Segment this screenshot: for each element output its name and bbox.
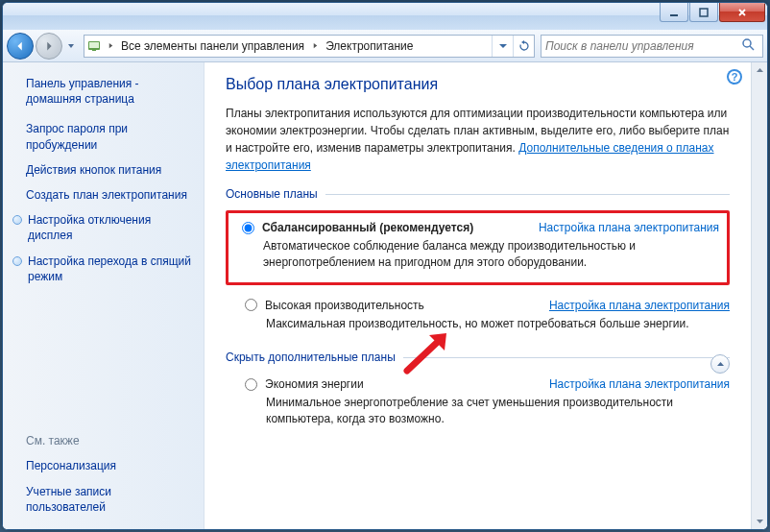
svg-rect-4 [92, 50, 96, 51]
plan-power-saver-settings-link[interactable]: Настройка плана электропитания [549, 377, 730, 391]
address-bar[interactable]: Все элементы панели управления Электропи… [84, 35, 535, 58]
search-box[interactable] [541, 35, 763, 58]
titlebar [3, 3, 767, 30]
svg-rect-3 [89, 42, 99, 48]
sidebar-item-label: Настройка перехода в спящий режим [28, 254, 194, 284]
plan-balanced: Сбалансированный (рекомендуется) Настрой… [226, 210, 730, 285]
breadcrumb-current[interactable]: Электропитание [322, 39, 417, 53]
back-button[interactable] [7, 33, 34, 60]
maximize-button[interactable] [689, 3, 718, 22]
sidebar-link-password[interactable]: Запрос пароля при пробуждении [12, 116, 200, 157]
plan-high-perf-desc: Максимальная производительность, но може… [245, 312, 730, 332]
plan-balanced-desc: Автоматическое соблюдение баланса между … [242, 234, 719, 271]
search-input[interactable] [545, 39, 741, 53]
close-button[interactable] [719, 3, 765, 22]
scroll-up-button[interactable] [752, 62, 767, 79]
control-panel-window: Все элементы панели управления Электропи… [2, 2, 768, 530]
collapse-button[interactable] [710, 354, 730, 374]
history-dropdown[interactable] [64, 36, 78, 56]
sidebar-link-sleep[interactable]: Настройка перехода в спящий режим [12, 249, 200, 289]
sidebar-link-user-accounts[interactable]: Учетные записи пользователей [12, 479, 200, 520]
sidebar: Панель управления - домашняя страница За… [3, 62, 205, 529]
plan-power-saver-radio[interactable] [245, 378, 257, 391]
svg-rect-0 [670, 14, 678, 16]
plan-power-saver-desc: Минимальное энергопотребление за счет ум… [245, 391, 730, 427]
page-title: Выбор плана электропитания [226, 76, 730, 93]
main-plans-legend: Основные планы [226, 187, 325, 201]
sidebar-link-personalization[interactable]: Персонализация [12, 453, 200, 478]
search-icon[interactable] [741, 37, 758, 55]
additional-plans-group: Скрыть дополнительные планы Экономия эне… [226, 351, 730, 437]
svg-point-5 [743, 39, 751, 47]
plan-power-saver-label[interactable]: Экономия энергии [265, 377, 364, 391]
bullet-icon [12, 256, 22, 266]
scroll-down-button[interactable] [752, 513, 767, 529]
navigation-bar: Все элементы панели управления Электропи… [3, 30, 767, 62]
breadcrumb-separator[interactable] [308, 42, 322, 49]
sidebar-link-create-plan[interactable]: Создать план электропитания [12, 182, 200, 207]
control-panel-icon [84, 38, 104, 54]
svg-rect-1 [700, 9, 708, 16]
sidebar-item-label: Настройка отключения дисплея [28, 212, 194, 243]
sidebar-link-display-off[interactable]: Настройка отключения дисплея [12, 207, 200, 248]
bullet-icon [12, 215, 22, 225]
plan-balanced-settings-link[interactable]: Настройка плана электропитания [539, 221, 719, 234]
sidebar-heading[interactable]: Панель управления - домашняя страница [12, 72, 200, 116]
help-icon[interactable]: ? [726, 68, 743, 85]
additional-plans-legend: Скрыть дополнительные планы [226, 351, 403, 364]
scroll-track[interactable] [752, 79, 767, 513]
address-dropdown[interactable] [492, 36, 513, 57]
sidebar-link-buttons[interactable]: Действия кнопок питания [12, 157, 200, 182]
vertical-scrollbar[interactable] [751, 62, 767, 529]
refresh-button[interactable] [513, 36, 534, 57]
plan-power-saver: Экономия энергии Настройка плана электро… [226, 374, 730, 437]
forward-button[interactable] [36, 33, 62, 60]
breadcrumb-separator[interactable] [104, 42, 117, 49]
plan-high-perf-label[interactable]: Высокая производительность [265, 299, 424, 312]
plan-high-perf-settings-link[interactable]: Настройка плана электропитания [549, 299, 730, 312]
breadcrumb-root[interactable]: Все элементы панели управления [117, 39, 308, 53]
plan-high-perf-radio[interactable] [245, 299, 257, 311]
main-plans-group: Основные планы Сбалансированный (рекомен… [226, 187, 730, 341]
see-also-heading: См. также [12, 430, 200, 453]
content-area: ? Выбор плана электропитания Планы элект… [205, 62, 751, 529]
intro-text: Планы электропитания используются для оп… [226, 105, 730, 174]
plan-balanced-radio[interactable] [242, 222, 254, 234]
plan-high-perf: Высокая производительность Настройка пла… [226, 295, 730, 342]
plan-balanced-label[interactable]: Сбалансированный (рекомендуется) [262, 221, 473, 234]
svg-text:?: ? [732, 71, 738, 83]
minimize-button[interactable] [660, 3, 688, 22]
